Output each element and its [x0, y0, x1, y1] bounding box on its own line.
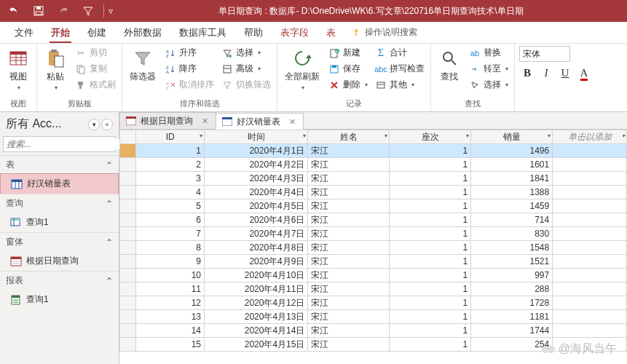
cell-empty[interactable] [553, 324, 627, 338]
undo-button[interactable]: ▾ [4, 4, 28, 18]
cell-seat[interactable]: 1 [390, 186, 471, 199]
cell-time[interactable]: 2020年4月5日 [204, 199, 307, 213]
find-button[interactable]: 查找 [435, 46, 463, 84]
cell-seat[interactable]: 1 [390, 310, 471, 324]
cell-name[interactable]: 宋江 [308, 213, 390, 227]
col-header-sales[interactable]: 销量▾ [471, 130, 553, 144]
nav-menu-button[interactable]: ▾ [88, 119, 100, 130]
nav-item-query1[interactable]: 查询1 [0, 213, 119, 232]
nav-collapse-button[interactable]: « [101, 119, 113, 130]
cell-name[interactable]: 宋江 [308, 324, 390, 338]
nav-item-report-query1[interactable]: 查询1 [0, 290, 119, 309]
selection-filter-button[interactable]: 选择▾ [220, 46, 272, 60]
cell-sales[interactable]: 830 [471, 227, 553, 241]
dropdown-icon[interactable]: ▾ [303, 132, 306, 139]
col-header-name[interactable]: 姓名▾ [308, 130, 390, 144]
cell-sales[interactable]: 1459 [471, 199, 553, 213]
cell-seat[interactable]: 1 [390, 296, 471, 310]
tell-me-search[interactable]: 操作说明搜索 [344, 22, 425, 43]
cell-id[interactable]: 2 [136, 158, 205, 172]
cell-name[interactable]: 宋江 [308, 227, 390, 241]
cell-time[interactable]: 2020年4月8日 [204, 241, 307, 255]
sort-asc-button[interactable]: AZ升序 [163, 46, 216, 60]
table-row[interactable]: 122020年4月12日宋江11728 [120, 296, 627, 310]
table-row[interactable]: 132020年4月13日宋江11181 [120, 310, 627, 324]
row-selector[interactable] [120, 144, 136, 158]
table-row[interactable]: 142020年4月14日宋江11744 [120, 324, 627, 338]
cell-empty[interactable] [553, 269, 627, 282]
goto-button[interactable]: 转至▾ [468, 62, 510, 76]
cell-empty[interactable] [553, 282, 627, 296]
toggle-filter-button[interactable]: 切换筛选 [220, 78, 272, 92]
replace-button[interactable]: ab替换 [468, 46, 510, 60]
sort-desc-button[interactable]: ZA降序 [163, 62, 216, 76]
cell-name[interactable]: 宋江 [308, 338, 390, 352]
table-row[interactable]: 62020年4月6日宋江1714 [120, 213, 627, 227]
cell-empty[interactable] [553, 310, 627, 324]
col-header-add[interactable]: 单击以添加▾ [553, 130, 627, 144]
row-selector[interactable] [120, 199, 136, 213]
cell-sales[interactable]: 1548 [471, 241, 553, 255]
col-header-time[interactable]: 时间▾ [204, 130, 307, 144]
tab-table[interactable]: 表 [318, 22, 344, 43]
table-row[interactable]: 42020年4月4日宋江11388 [120, 186, 627, 199]
spelling-button[interactable]: abc拼写检查 [374, 62, 426, 76]
nav-cat-queries[interactable]: 查询⌃ [0, 194, 119, 213]
cell-seat[interactable]: 1 [390, 144, 471, 158]
font-family-combo[interactable]: 宋体 [519, 46, 570, 62]
cell-id[interactable]: 7 [136, 227, 205, 241]
cell-id[interactable]: 11 [136, 282, 205, 296]
tab-create[interactable]: 创建 [79, 22, 115, 43]
tab-form-datequery[interactable]: 根据日期查询 ✕ [119, 112, 216, 129]
cell-time[interactable]: 2020年4月9日 [204, 255, 307, 269]
cell-name[interactable]: 宋江 [308, 241, 390, 255]
row-selector[interactable] [120, 255, 136, 269]
row-selector[interactable] [120, 186, 136, 199]
table-row[interactable]: 152020年4月15日宋江1254 [120, 338, 627, 352]
cell-time[interactable]: 2020年4月15日 [204, 338, 307, 352]
row-selector[interactable] [120, 213, 136, 227]
cell-id[interactable]: 4 [136, 186, 205, 199]
nav-cat-forms[interactable]: 窗体⌃ [0, 232, 119, 251]
paste-button[interactable]: 粘贴▾ [42, 46, 69, 92]
tab-table-fields[interactable]: 表字段 [272, 22, 318, 43]
cell-id[interactable]: 10 [136, 269, 205, 282]
nav-item-form-datequery[interactable]: 根据日期查询 [0, 251, 119, 271]
row-selector[interactable] [120, 227, 136, 241]
cell-name[interactable]: 宋江 [308, 158, 390, 172]
row-selector[interactable] [120, 172, 136, 186]
font-color-button[interactable]: A [577, 67, 591, 79]
table-row[interactable]: 112020年4月11日宋江1288 [120, 282, 627, 296]
more-records-button[interactable]: 其他▾ [374, 78, 426, 92]
cell-name[interactable]: 宋江 [308, 199, 390, 213]
cell-id[interactable]: 9 [136, 255, 205, 269]
table-row[interactable]: 102020年4月10日宋江1997 [120, 269, 627, 282]
close-tab-icon[interactable]: ✕ [289, 117, 296, 127]
row-selector[interactable] [120, 310, 136, 324]
nav-search-box[interactable] [3, 136, 116, 152]
cell-empty[interactable] [553, 241, 627, 255]
cell-sales[interactable]: 1841 [471, 172, 553, 186]
dropdown-icon[interactable]: ▾ [466, 132, 469, 139]
cell-time[interactable]: 2020年4月12日 [204, 296, 307, 310]
tab-file[interactable]: 文件 [6, 22, 42, 43]
totals-button[interactable]: Σ合计 [374, 46, 426, 60]
tab-table-sales[interactable]: 好汉销量表 ✕ [216, 113, 304, 130]
cell-time[interactable]: 2020年4月7日 [204, 227, 307, 241]
filter-qat-button[interactable]: ▾ [79, 4, 102, 18]
refresh-all-button[interactable]: 全部刷新▾ [282, 46, 323, 92]
table-row[interactable]: 12020年4月1日宋江11496 [120, 144, 627, 158]
cell-time[interactable]: 2020年4月4日 [204, 186, 307, 199]
row-selector[interactable] [120, 241, 136, 255]
dropdown-icon[interactable]: ▾ [548, 132, 551, 139]
nav-cat-tables[interactable]: 表⌃ [0, 155, 119, 174]
tab-home[interactable]: 开始 [42, 22, 79, 43]
cell-sales[interactable]: 714 [471, 213, 553, 227]
bold-button[interactable]: B [521, 67, 534, 79]
cell-seat[interactable]: 1 [390, 227, 471, 241]
cell-id[interactable]: 6 [136, 213, 205, 227]
col-header-seat[interactable]: 座次▾ [390, 130, 471, 144]
format-painter-button[interactable]: 格式刷 [74, 78, 117, 92]
cell-seat[interactable]: 1 [390, 255, 471, 269]
cell-empty[interactable] [553, 338, 627, 352]
